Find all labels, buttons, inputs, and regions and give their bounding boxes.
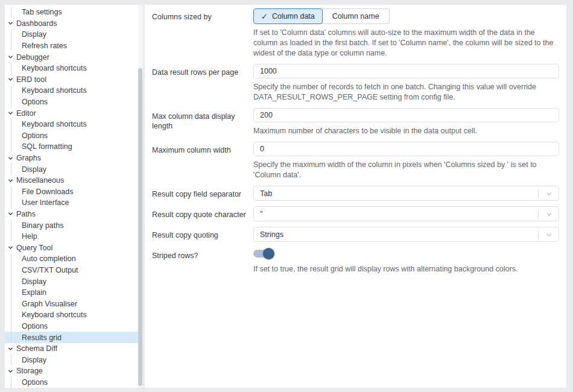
field-control: Strings xyxy=(253,227,559,242)
sidebar-item-tab-settings[interactable]: Tab settings xyxy=(5,7,143,18)
sidebar-item-label: Display xyxy=(22,165,46,174)
chevron-down-icon xyxy=(8,110,13,116)
preferences-sidebar: Tab settingsDashboardsDisplayRefresh rat… xyxy=(5,5,143,388)
quoting-row: Result copy quoting Strings xyxy=(152,227,559,242)
sidebar-item-label: Display xyxy=(22,277,46,286)
sidebar-group-dashboards[interactable]: Dashboards xyxy=(5,18,143,30)
quote-character-row: Result copy quote character " xyxy=(152,206,559,221)
sidebar-scrollbar[interactable] xyxy=(138,68,142,386)
quote-character-select[interactable]: " xyxy=(253,206,559,221)
tree-indent-line xyxy=(11,130,11,142)
chevron-down-icon xyxy=(8,54,13,60)
sidebar-item-label: Explain xyxy=(22,288,46,297)
field-label: Max column data display length xyxy=(152,108,253,136)
field-help-text: If set to true, the result grid will dis… xyxy=(253,264,559,274)
sidebar-item-label: Keyboard shortcuts xyxy=(22,64,87,72)
column-data-button[interactable]: ✓ Column data xyxy=(253,8,323,24)
field-label: Columns sized by xyxy=(152,8,253,58)
sidebar-item-label: Editor xyxy=(16,109,36,118)
tree-indent-line xyxy=(11,265,11,276)
field-label: Result copy field separator xyxy=(152,186,253,201)
sidebar-item-refresh-rates[interactable]: Refresh rates xyxy=(5,40,143,52)
sidebar-item-options[interactable]: Options xyxy=(5,96,143,108)
tree-indent-line xyxy=(11,29,11,40)
sidebar-group-graphs[interactable]: Graphs xyxy=(5,153,143,164)
sidebar-item-keyboard-shortcuts[interactable]: Keyboard shortcuts xyxy=(5,63,143,74)
tree-indent-line xyxy=(11,377,11,388)
max-display-length-row: Max column data display length Maximum n… xyxy=(152,108,559,136)
column-name-button-label: Column name xyxy=(332,12,379,21)
sidebar-item-display[interactable]: Display xyxy=(5,163,143,175)
sidebar-group-query-tool[interactable]: Query Tool xyxy=(5,242,143,253)
tree-indent-line xyxy=(11,186,11,198)
max-display-length-input[interactable] xyxy=(253,108,559,122)
sidebar-item-label: Refresh rates xyxy=(22,42,67,50)
tree-indent-line xyxy=(11,7,11,18)
sidebar-item-display[interactable]: Display xyxy=(5,354,143,365)
sidebar-group-storage[interactable]: Storage xyxy=(5,365,143,377)
sidebar-item-label: Keyboard shortcuts xyxy=(22,86,87,95)
sidebar-item-label: Storage xyxy=(16,367,43,375)
sidebar-item-user-interface[interactable]: User Interface xyxy=(5,197,143,209)
sidebar-group-debugger[interactable]: Debugger xyxy=(5,51,143,63)
sidebar-item-label: Results grid xyxy=(22,334,62,342)
tree-indent-line xyxy=(11,287,11,299)
max-column-width-row: Maximum column width Specify the maximum… xyxy=(152,142,559,180)
sidebar-item-label: Keyboard shortcuts xyxy=(22,120,87,128)
sidebar-item-options[interactable]: Options xyxy=(5,130,143,142)
sidebar-group-schema-diff[interactable]: Schema Diff xyxy=(5,343,143,355)
sidebar-item-auto-completion[interactable]: Auto completion xyxy=(5,253,143,265)
sidebar-item-file-downloads[interactable]: File Downloads xyxy=(5,186,143,198)
field-label: Result copy quoting xyxy=(152,227,253,242)
sidebar-item-binary-paths[interactable]: Binary paths xyxy=(5,220,143,231)
sidebar-item-label: Query Tool xyxy=(16,244,52,252)
field-help-text: Specify the maximum width of the column … xyxy=(253,160,559,180)
field-label: Result copy quote character xyxy=(152,206,253,221)
sidebar-item-label: SQL formatting xyxy=(22,142,72,151)
chevron-down-icon xyxy=(8,245,13,250)
sidebar-group-miscellaneous[interactable]: Miscellaneous xyxy=(5,175,143,186)
sidebar-item-display[interactable]: Display xyxy=(5,29,143,40)
max-column-width-input[interactable] xyxy=(253,142,559,156)
tree-indent-line xyxy=(11,309,11,321)
field-help-text: Specify the number of records to fetch i… xyxy=(253,82,559,103)
sidebar-item-label: Options xyxy=(22,98,48,106)
sidebar-item-display[interactable]: Display xyxy=(5,276,143,287)
tree-indent-line xyxy=(11,332,11,343)
chevron-down-icon xyxy=(8,368,13,374)
sidebar-item-options[interactable]: Options xyxy=(5,377,143,388)
field-separator-row: Result copy field separator Tab xyxy=(152,186,559,201)
rows-per-page-input[interactable] xyxy=(253,64,559,78)
sidebar-item-graph-visualiser[interactable]: Graph Visualiser xyxy=(5,298,143,309)
column-name-button[interactable]: Column name xyxy=(322,8,390,24)
sidebar-item-keyboard-shortcuts[interactable]: Keyboard shortcuts xyxy=(5,119,143,130)
field-control: If set to true, the result grid will dis… xyxy=(253,247,559,274)
sidebar-item-label: Paths xyxy=(16,210,36,218)
tree-indent-line xyxy=(11,40,11,52)
sidebar-item-help[interactable]: Help xyxy=(5,231,143,242)
sidebar-item-label: Display xyxy=(22,356,46,364)
quoting-select[interactable]: Strings xyxy=(253,227,559,242)
field-separator-select[interactable]: Tab xyxy=(253,186,559,201)
sidebar-group-paths[interactable]: Paths xyxy=(5,209,143,220)
chevron-down-icon xyxy=(8,156,13,161)
field-control: " xyxy=(253,206,559,221)
chevron-down-icon xyxy=(546,211,552,218)
chevron-down-icon xyxy=(8,178,13,183)
striped-rows-toggle[interactable] xyxy=(253,247,275,259)
sidebar-item-options[interactable]: Options xyxy=(5,321,143,332)
sidebar-item-sql-formatting[interactable]: SQL formatting xyxy=(5,141,143,153)
sidebar-group-erd-tool[interactable]: ERD tool xyxy=(5,74,143,86)
chevron-down-icon xyxy=(546,191,552,197)
select-separator xyxy=(538,210,539,219)
sidebar-item-label: Auto completion xyxy=(22,254,76,263)
sidebar-item-keyboard-shortcuts[interactable]: Keyboard shortcuts xyxy=(5,85,143,96)
sidebar-group-editor[interactable]: Editor xyxy=(5,107,143,119)
sidebar-item-keyboard-shortcuts[interactable]: Keyboard shortcuts xyxy=(5,309,143,321)
sidebar-item-explain[interactable]: Explain xyxy=(5,287,143,299)
sidebar-item-csv-txt-output[interactable]: CSV/TXT Output xyxy=(5,265,143,276)
field-control: Specify the number of records to fetch i… xyxy=(253,64,559,103)
tree-indent-line xyxy=(11,354,11,365)
sidebar-item-label: Options xyxy=(22,378,48,387)
sidebar-item-results-grid[interactable]: Results grid xyxy=(5,332,143,343)
